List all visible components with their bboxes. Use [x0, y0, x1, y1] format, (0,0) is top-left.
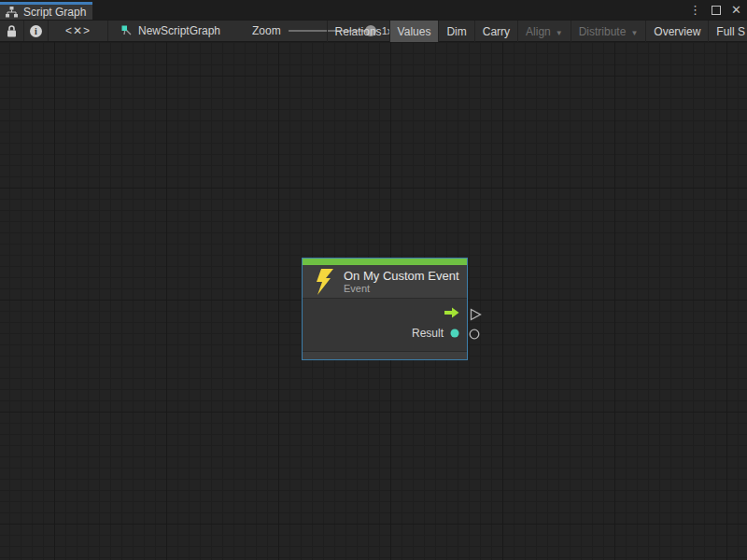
close-icon[interactable]: ✕: [731, 4, 741, 16]
relations-button[interactable]: Relations: [328, 21, 390, 43]
chevron-down-icon: ▼: [556, 29, 563, 37]
code-preview-button[interactable]: <✕>: [49, 21, 108, 41]
lock-icon: [7, 25, 17, 37]
values-button[interactable]: Values: [390, 21, 440, 43]
script-graph-asset-icon: [121, 25, 134, 37]
code-icon: <✕>: [65, 24, 91, 37]
lightning-bolt-icon: [314, 269, 333, 295]
info-icon: i: [30, 25, 42, 37]
overview-button[interactable]: Overview: [646, 21, 709, 43]
value-port-dot-icon[interactable]: [450, 329, 459, 338]
node-title: On My Custom Event: [344, 269, 459, 283]
control-output-port-row: [303, 302, 467, 323]
graph-toolbar: i <✕> NewScriptGraph Zoom 1x Relations V…: [0, 20, 747, 42]
trigger-arrow-icon[interactable]: [444, 307, 459, 318]
result-port-label: Result: [412, 327, 444, 340]
align-button[interactable]: Align ▼: [518, 21, 571, 43]
node-footer: [303, 351, 467, 359]
tab-title: Script Graph: [23, 6, 86, 19]
window-controls: ⋮ . ✕: [689, 0, 741, 20]
event-node[interactable]: On My Custom Event Event Result: [302, 258, 468, 360]
carry-button[interactable]: Carry: [475, 21, 518, 43]
distribute-button[interactable]: Distribute ▼: [571, 21, 647, 43]
external-trigger-port-icon[interactable]: [470, 308, 482, 321]
window-menu-icon[interactable]: ⋮: [689, 4, 701, 16]
value-output-port-row: Result: [303, 323, 467, 343]
node-accent-bar: [303, 259, 467, 265]
maximize-icon[interactable]: .: [712, 6, 721, 15]
zoom-label: Zoom: [252, 24, 281, 37]
node-header[interactable]: On My Custom Event Event: [303, 265, 467, 299]
script-graph-window: Script Graph ⋮ . ✕ i <✕> NewScriptGraph: [0, 0, 747, 560]
tab-script-graph[interactable]: Script Graph: [0, 2, 92, 20]
node-subtitle: Event: [344, 283, 459, 295]
tab-bar: Script Graph ⋮ . ✕: [0, 0, 747, 20]
lock-button[interactable]: [0, 21, 24, 41]
external-value-port-icon[interactable]: [469, 329, 480, 340]
graph-breadcrumb[interactable]: NewScriptGraph: [108, 21, 230, 41]
dim-button[interactable]: Dim: [439, 21, 474, 43]
fullscreen-button[interactable]: Full S: [709, 21, 747, 43]
graph-name: NewScriptGraph: [138, 24, 220, 37]
inspector-button[interactable]: i: [24, 21, 49, 41]
toolbar-right-buttons: Relations Values Dim Carry Align ▼ Distr…: [327, 21, 747, 43]
chevron-down-icon: ▼: [630, 29, 638, 37]
graph-hierarchy-icon: [6, 7, 18, 18]
graph-canvas[interactable]: On My Custom Event Event Result: [0, 42, 747, 560]
node-body: Result: [303, 299, 467, 351]
